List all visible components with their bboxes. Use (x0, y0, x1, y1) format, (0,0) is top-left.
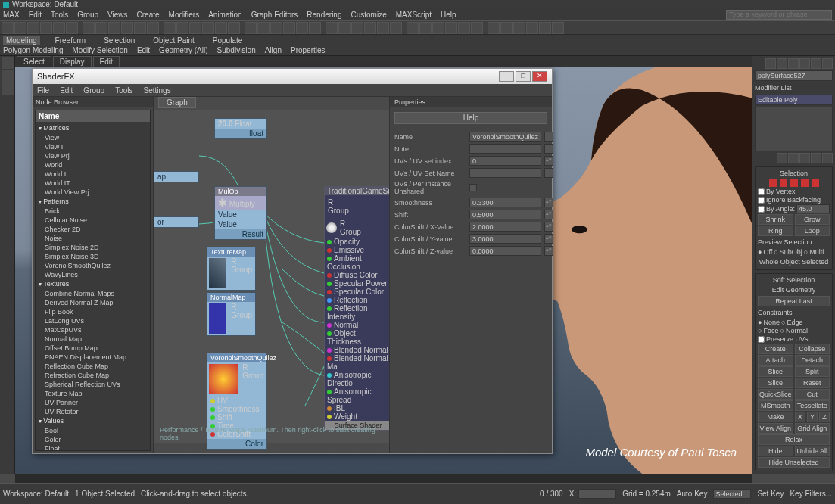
tree-item[interactable]: Bool (36, 426, 150, 435)
workspace-status[interactable]: Workspace: Default (3, 490, 69, 498)
attach-button[interactable]: Attach (758, 355, 793, 366)
edge-subobj-icon[interactable] (780, 179, 787, 187)
ring-button[interactable]: Ring (758, 226, 793, 236)
prop-checkbox[interactable] (469, 184, 477, 191)
display-tab-icon[interactable] (811, 58, 821, 69)
configure-icon[interactable] (822, 153, 833, 163)
create-tab-icon[interactable] (765, 58, 776, 69)
ribbon-tab-freeform[interactable]: Freeform (52, 36, 89, 45)
toolbar-icon[interactable] (458, 22, 470, 34)
prop-value-input[interactable]: 0.3300 (469, 198, 541, 207)
tree-group[interactable]: Textures (36, 279, 150, 289)
by-angle-check[interactable] (758, 206, 765, 213)
shader-output-socket[interactable]: Diffuse Color (325, 271, 389, 279)
shader-output-socket[interactable]: IBL (325, 404, 389, 412)
loop-button[interactable]: Loop (795, 226, 830, 236)
tree-item[interactable]: WavyLines (36, 270, 150, 279)
hide-unselected-button[interactable]: Hide Unselected (758, 457, 830, 468)
toolbar-icon[interactable] (326, 22, 338, 34)
tree-item[interactable]: MatCapUVs (36, 325, 150, 334)
create-button[interactable]: Create (758, 344, 793, 354)
modifier-dropdown[interactable]: Editable Poly (755, 95, 833, 105)
texturemap-node[interactable]: TextureMap RGroup (207, 247, 256, 291)
toolbar-icon[interactable] (338, 22, 351, 34)
tree-item[interactable]: Reflection Cube Map (36, 362, 150, 371)
toolbar-icon[interactable] (539, 22, 551, 34)
x-button[interactable]: X (795, 412, 805, 422)
menu-graph editors[interactable]: Graph Editors (251, 11, 298, 19)
hide-selected-button[interactable]: Hide Selected (758, 446, 793, 456)
toolbar-icon[interactable] (83, 22, 95, 34)
tree-group[interactable]: Values (36, 416, 150, 426)
toolbar-icon[interactable] (2, 22, 14, 34)
shader-output-socket[interactable]: Blended Normal (325, 346, 389, 354)
ribbon-panel[interactable]: Subdivision (217, 46, 256, 54)
spinner-icon[interactable]: ▴▾ (544, 210, 553, 219)
selected-dropdown[interactable] (713, 489, 751, 499)
angle-input[interactable]: 45.0 (796, 204, 830, 213)
relax-button[interactable]: Relax (758, 434, 830, 445)
help-button[interactable]: Help (394, 112, 547, 124)
prop-value-input[interactable] (469, 168, 541, 178)
toolbar-icon[interactable] (377, 22, 389, 34)
poly-subobj-icon[interactable] (801, 179, 809, 187)
toolbar-icon[interactable] (500, 22, 513, 34)
toolbar-icon[interactable] (40, 22, 52, 34)
tool-icon[interactable] (2, 82, 14, 95)
toolbar-icon[interactable] (121, 22, 133, 34)
ribbon-tab-object paint[interactable]: Object Paint (150, 36, 197, 45)
x-coord-input[interactable] (578, 489, 616, 499)
grow-button[interactable]: Grow (795, 214, 830, 225)
tree-item[interactable]: World IT (36, 179, 150, 188)
search-input[interactable] (726, 10, 832, 20)
by-vertex-check[interactable] (758, 188, 765, 195)
edit-geometry-header[interactable]: Edit Geometry (758, 286, 830, 294)
menu-create[interactable]: Create (137, 11, 160, 19)
pin-stack-icon[interactable] (777, 153, 787, 163)
unique-icon[interactable] (799, 153, 810, 163)
toolbar-icon[interactable] (66, 22, 78, 34)
menu-help[interactable]: Help (441, 11, 456, 19)
repeat-last-button[interactable]: Repeat Last (758, 296, 830, 306)
prop-value-input[interactable]: 3.0000 (469, 234, 541, 244)
toolbar-icon[interactable] (108, 22, 120, 34)
shader-output-socket[interactable]: Specular Power (325, 279, 389, 288)
surface-shader-node[interactable]: TraditionalGameSurfaceS RGroup RGroup Op… (324, 186, 389, 431)
scene-tab-select[interactable]: Select (17, 56, 51, 67)
ribbon-panel[interactable]: Align (265, 46, 282, 54)
tree-column-header[interactable]: Name (36, 110, 150, 122)
y-button[interactable]: Y (807, 412, 818, 422)
element-subobj-icon[interactable] (812, 179, 819, 187)
object-name-field[interactable]: polySurface527 (755, 70, 833, 81)
toolbar-icon[interactable] (228, 22, 240, 34)
ribbon-panel[interactable]: Properties (291, 46, 326, 54)
tree-group[interactable]: Patterns (36, 197, 150, 207)
tool-icon[interactable] (2, 70, 14, 82)
cut-button[interactable]: Cut (795, 389, 830, 400)
ribbon-tab-selection[interactable]: Selection (101, 36, 138, 45)
slice-button[interactable]: Slice (758, 378, 793, 388)
ribbon-panel[interactable]: Polygon Modeling (3, 46, 64, 54)
tree-item[interactable]: Noise (36, 234, 150, 243)
shader-output-socket[interactable]: Ambient Occlusion (325, 254, 389, 271)
maximize-button[interactable]: □ (516, 71, 531, 82)
selection-header[interactable]: Selection (758, 170, 830, 177)
tree-item[interactable]: World I (36, 170, 150, 179)
shader-output-socket[interactable]: Object Thickness (325, 329, 389, 346)
toolbar-icon[interactable] (407, 22, 419, 34)
prop-value-input[interactable]: 0.0000 (469, 246, 541, 256)
tree-item[interactable]: Texture Map (36, 389, 150, 398)
toolbar-icon[interactable] (526, 22, 538, 34)
shader-output-socket[interactable]: Reflection Intensity (325, 304, 389, 321)
slice-plane-button[interactable]: Slice Plane (758, 366, 793, 377)
tree-item[interactable]: World (36, 160, 150, 170)
toolbar-icon[interactable] (513, 22, 525, 34)
minimize-button[interactable]: _ (499, 71, 514, 82)
shader-output-socket[interactable]: Reflection (325, 296, 389, 304)
close-button[interactable]: ✕ (532, 71, 547, 82)
tree-item[interactable]: Color (36, 435, 150, 444)
menu-max[interactable]: MAX (3, 11, 20, 19)
tree-item[interactable]: UV Panner (36, 398, 150, 407)
prop-value-input[interactable]: 2.0000 (469, 222, 541, 232)
tree-item[interactable]: View (36, 133, 150, 142)
